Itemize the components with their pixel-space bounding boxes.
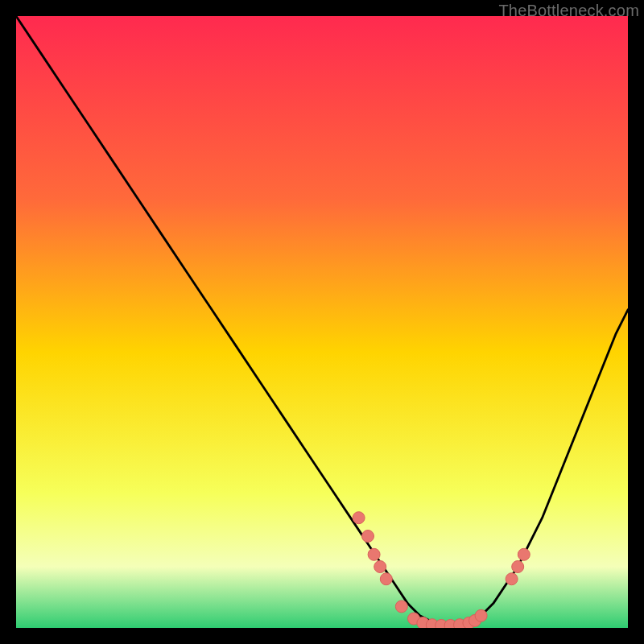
data-dot	[374, 561, 386, 573]
chart-frame	[16, 16, 628, 628]
data-dot	[512, 561, 524, 573]
data-dot	[475, 609, 487, 621]
bottleneck-chart	[16, 16, 628, 628]
data-dot	[362, 530, 374, 543]
data-dot	[353, 512, 365, 524]
data-dot	[395, 601, 407, 613]
attribution-label: TheBottleneck.com	[498, 2, 639, 20]
data-dot	[368, 548, 380, 560]
data-dot	[506, 573, 518, 585]
gradient-background	[16, 16, 628, 628]
data-dot	[518, 548, 530, 560]
data-dot	[380, 573, 392, 585]
